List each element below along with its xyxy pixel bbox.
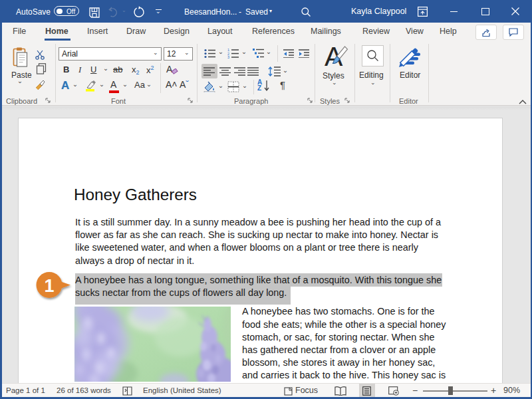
svg-text:1: 1 bbox=[44, 276, 54, 296]
svg-text:3: 3 bbox=[227, 55, 229, 59]
